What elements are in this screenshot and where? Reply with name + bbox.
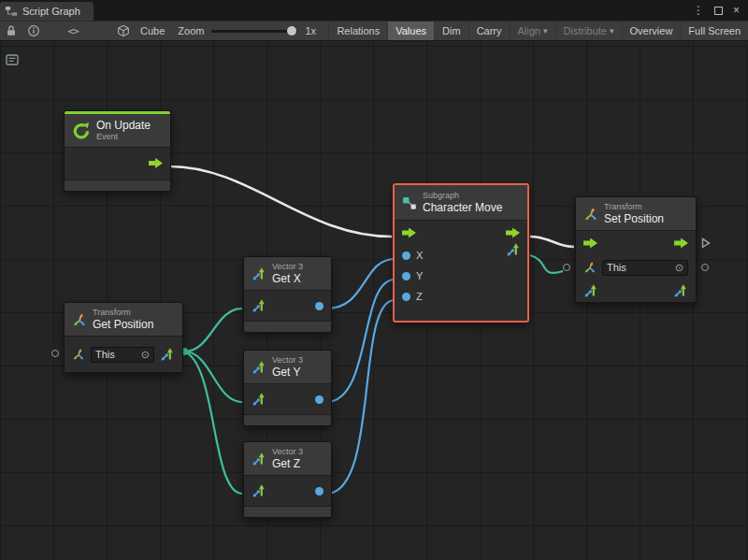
vector3-input-port[interactable] [252,392,266,407]
node-footer [244,414,331,425]
kebab-menu-icon[interactable]: ⋮ [693,4,704,17]
node-footer [244,506,331,517]
node-title: Character Move [423,201,502,214]
graph-toolbar: <> Cube Zoom 1x Relations Values Dim Car… [0,21,748,41]
this-field-value: This [95,349,115,360]
float-output-port[interactable] [315,302,324,310]
y-input-port[interactable] [402,272,410,280]
vector3-input-port[interactable] [252,483,266,498]
zoom-label: Zoom [178,25,204,36]
object-picker-icon[interactable]: ⊙ [141,350,150,360]
edit-source-icon[interactable]: <> [62,22,84,40]
maximize-icon[interactable] [714,7,723,15]
vector3-icon [252,266,266,281]
vector3-output-port[interactable] [506,242,521,257]
node-category: Transform [93,308,153,318]
close-icon[interactable]: × [733,4,740,17]
node-footer [244,321,331,332]
transform-output-port[interactable] [673,283,688,298]
tab-title: Script Graph [22,6,80,17]
vector3-input-port[interactable] [252,298,266,313]
node-footer [65,179,170,191]
overview-button[interactable]: Overview [622,22,681,40]
cube-icon [112,22,135,40]
node-title: Get Y [272,366,303,379]
graph-canvas[interactable]: On Update Event Transform Get Position T… [0,41,748,560]
zoom-slider-knob[interactable] [287,26,296,36]
lock-icon[interactable] [0,22,22,40]
tab-script-graph[interactable]: Script Graph [0,2,94,21]
flow-output-port[interactable] [674,238,688,249]
node-get-y[interactable]: Vector 3 Get Y [243,350,332,426]
target-object-name[interactable]: Cube [135,25,170,36]
this-object-field[interactable]: This ⊙ [91,347,154,363]
values-button[interactable]: Values [387,22,434,40]
flow-output-port[interactable] [506,228,520,238]
node-category: Vector 3 [272,262,303,272]
z-input-port[interactable] [402,293,410,301]
info-icon[interactable] [22,22,45,40]
transform-icon [583,207,598,222]
float-output-port[interactable] [315,487,324,495]
flow-output-port[interactable] [149,158,163,168]
canvas-inspector-icon[interactable] [5,52,20,67]
y-port-label: Y [416,270,423,281]
node-get-x[interactable]: Vector 3 Get X [243,256,332,333]
node-get-z[interactable]: Vector 3 Get Z [243,441,332,518]
node-get-position[interactable]: Transform Get Position This ⊙ [64,302,183,373]
this-input-port[interactable] [51,350,59,357]
script-graph-icon [5,5,18,18]
node-category: Vector 3 [272,355,303,366]
window-tab-bar: Script Graph ⋮ × [0,0,748,21]
subgraph-icon [402,195,417,210]
node-title: On Update [96,119,151,132]
z-port-label: Z [416,291,423,302]
transform-outer-port[interactable] [701,264,709,271]
node-set-position[interactable]: Transform Set Position This ⊙ [575,196,697,303]
node-category: Event [96,132,151,142]
x-port-label: X [416,250,423,261]
vector3-input-port[interactable] [583,283,598,298]
vector3-icon [252,452,266,467]
node-category: Subgraph [423,191,502,201]
on-update-icon [72,122,91,140]
full-screen-button[interactable]: Full Screen [680,22,748,40]
object-picker-icon[interactable]: ⊙ [675,263,683,273]
align-button[interactable]: Align▾ [510,22,555,40]
transform-icon [72,312,87,327]
node-title: Get Position [93,318,153,331]
node-category: Vector 3 [272,447,303,457]
node-character-move[interactable]: Subgraph Character Move X Y Z [393,183,529,323]
distribute-button[interactable]: Distribute▾ [555,22,622,40]
node-title: Get X [272,272,303,285]
transform-type-icon [583,261,597,274]
node-on-update[interactable]: On Update Event [64,110,171,192]
node-title: Get Z [272,457,303,470]
this-field-value: This [607,262,626,273]
zoom-slider[interactable] [211,30,297,33]
vector3-output-port[interactable] [160,347,175,362]
node-category: Transform [604,202,664,212]
node-title: Set Position [604,212,664,225]
vector3-icon [252,360,266,375]
transform-type-icon [72,348,85,361]
chevron-down-icon: ▾ [543,26,548,36]
this-object-field[interactable]: This ⊙ [602,260,688,276]
relations-button[interactable]: Relations [328,22,387,40]
this-input-port[interactable] [563,264,570,271]
dim-button[interactable]: Dim [434,22,468,40]
x-input-port[interactable] [402,251,410,260]
flow-input-port[interactable] [402,228,416,238]
zoom-value: 1x [305,25,316,36]
flow-outer-port[interactable] [701,237,711,249]
chevron-down-icon: ▾ [610,26,614,36]
carry-button[interactable]: Carry [468,22,510,40]
float-output-port[interactable] [315,395,324,404]
flow-input-port[interactable] [583,238,597,249]
